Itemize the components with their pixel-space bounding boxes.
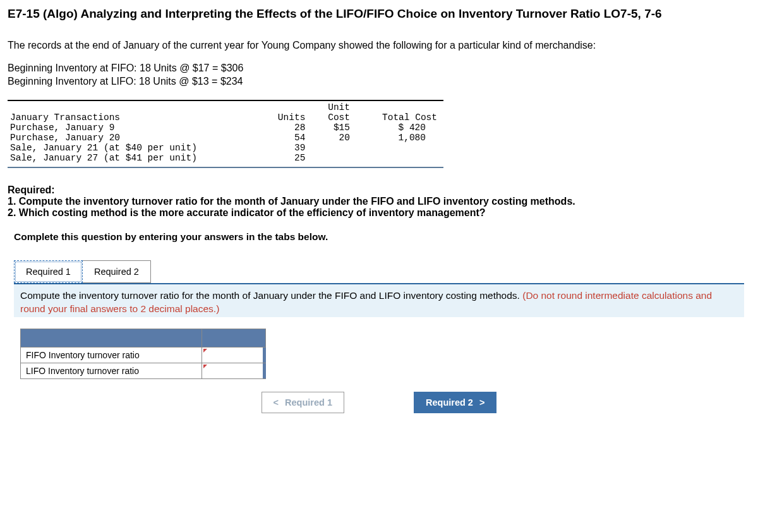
answer-area: FIFO Inventory turnover ratio LIFO Inven… [14, 329, 744, 420]
trans-unit-cost [311, 153, 356, 163]
complete-instruction: Complete this question by entering your … [14, 231, 744, 243]
trans-unit-cost [311, 143, 356, 153]
answer-header-blank-label [21, 329, 202, 347]
tab-required-1[interactable]: Required 1 [14, 260, 83, 283]
table-row: LIFO Inventory turnover ratio [21, 363, 266, 378]
trans-total [356, 153, 443, 163]
trans-units: 54 [260, 133, 311, 143]
answer-table: FIFO Inventory turnover ratio LIFO Inven… [20, 329, 266, 379]
nav-buttons: < Required 1 Required 2 > [20, 392, 738, 413]
required-heading: Required: [8, 184, 55, 195]
answer-header-blank-value [202, 329, 266, 347]
table-row: Purchase, January 9 28 $15 $ 420 [8, 123, 443, 133]
tab-instruction-main: Compute the inventory turnover ratio for… [20, 290, 522, 301]
lifo-ratio-input[interactable] [202, 363, 266, 378]
trans-label: Purchase, January 20 [8, 133, 260, 143]
chevron-left-icon: < [274, 397, 279, 408]
col-header-cost: Cost [311, 112, 356, 123]
prev-button-label: Required 1 [285, 397, 332, 408]
trans-unit-cost: 20 [311, 133, 356, 143]
trans-units: 25 [260, 153, 311, 163]
next-button-label: Required 2 [426, 397, 473, 408]
fifo-ratio-label: FIFO Inventory turnover ratio [21, 347, 202, 363]
tab-instruction: Compute the inventory turnover ratio for… [20, 289, 738, 316]
col-header-transactions: January Transactions [8, 102, 260, 123]
required-line-1: 1. Compute the inventory turnover ratio … [8, 196, 575, 207]
table-row: Sale, January 27 (at $41 per unit) 25 [8, 153, 443, 163]
tab-panel-required-1: Compute the inventory turnover ratio for… [14, 283, 744, 317]
tab-required-2[interactable]: Required 2 [82, 260, 151, 283]
trans-total [356, 143, 443, 153]
beginning-fifo: Beginning Inventory at FIFO: 18 Units @ … [8, 61, 750, 75]
col-header-units: Units [260, 102, 311, 123]
tab-strip: Required 1 Required 2 [14, 260, 750, 283]
intro-text: The records at the end of January of the… [8, 40, 750, 51]
col-header-unit: Unit [311, 102, 356, 112]
chevron-right-icon: > [479, 397, 484, 408]
prev-required-button[interactable]: < Required 1 [262, 392, 344, 413]
beginning-inventory-block: Beginning Inventory at FIFO: 18 Units @ … [8, 61, 750, 88]
table-row: Sale, January 21 (at $40 per unit) 39 [8, 143, 443, 153]
trans-label: Sale, January 27 (at $41 per unit) [8, 153, 260, 163]
table-row: FIFO Inventory turnover ratio [21, 347, 266, 363]
required-line-2: 2. Which costing method is the more accu… [8, 207, 486, 218]
input-indicator-icon [203, 349, 207, 353]
trans-total: $ 420 [356, 123, 443, 133]
trans-total: 1,080 [356, 133, 443, 143]
beginning-lifo: Beginning Inventory at LIFO: 18 Units @ … [8, 75, 750, 88]
fifo-ratio-input[interactable] [202, 347, 266, 363]
col-header-total-cost: Total Cost [356, 102, 443, 123]
trans-label: Purchase, January 9 [8, 123, 260, 133]
trans-units: 28 [260, 123, 311, 133]
problem-title: E7-15 (Algo) Analyzing and Interpreting … [8, 6, 750, 22]
trans-label: Sale, January 21 (at $40 per unit) [8, 143, 260, 153]
trans-units: 39 [260, 143, 311, 153]
required-block: Required: 1. Compute the inventory turno… [8, 184, 750, 219]
lifo-ratio-label: LIFO Inventory turnover ratio [21, 363, 202, 378]
transactions-table: January Transactions Units Unit Total Co… [8, 102, 443, 163]
table-row: Purchase, January 20 54 20 1,080 [8, 133, 443, 143]
input-indicator-icon [203, 365, 207, 368]
transactions-table-wrap: January Transactions Units Unit Total Co… [8, 100, 443, 168]
next-required-button[interactable]: Required 2 > [414, 392, 496, 413]
trans-unit-cost: $15 [311, 123, 356, 133]
